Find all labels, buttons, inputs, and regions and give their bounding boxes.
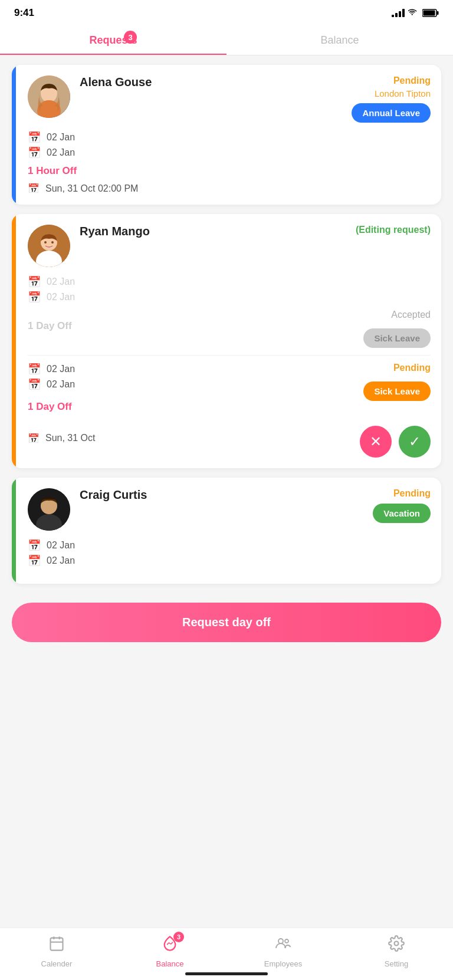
card-ryan-content: Ryan Mango (Editing request) 📅 02 Jan 📅 … — [16, 214, 441, 468]
card-ryan-old-badge: Sick Leave — [363, 328, 431, 348]
card-ryan-old-status: Accepted — [391, 310, 431, 320]
card-ryan-old-date-to: 📅 02 Jan — [28, 291, 431, 304]
signal-icon — [392, 9, 405, 17]
card-alena-content: Alena Gouse Pending London Tipton Annual… — [16, 65, 441, 205]
nav-balance[interactable]: 3 Balance — [113, 935, 226, 968]
cal-icon-new-to: 📅 — [28, 378, 41, 391]
status-bar: 9:41 — [0, 0, 453, 24]
tab-requests-underline — [0, 54, 226, 55]
card-alena-header: Alena Gouse Pending London Tipton Annual… — [28, 75, 431, 123]
card-alena-date-to-text: 02 Jan — [47, 147, 75, 158]
card-alena-date-from: 📅 02 Jan — [28, 131, 431, 144]
card-ryan-old-dates: 📅 02 Jan 📅 02 Jan — [28, 275, 431, 304]
card-ryan-old-date-from-text: 02 Jan — [47, 277, 75, 287]
card-alena-manager: London Tipton — [352, 88, 431, 98]
card-craig-info: Craig Curtis — [80, 488, 350, 504]
card-ryan-reminder-text: Sun, 31 Oct — [45, 433, 96, 443]
nav-setting-label: Setting — [385, 959, 408, 968]
card-ryan-info: Ryan Mango — [80, 225, 346, 241]
tab-bar: Requests 3 Balance — [0, 24, 453, 55]
cal-icon-old-from: 📅 — [28, 275, 41, 288]
svg-point-19 — [278, 939, 283, 943]
card-alena-duration: 1 Hour Off — [28, 165, 431, 177]
tab-requests[interactable]: Requests 3 — [0, 24, 226, 55]
nav-balance-badge: 3 — [173, 932, 184, 942]
setting-icon — [388, 935, 405, 956]
card-ryan-name: Ryan Mango — [80, 225, 346, 238]
cal-icon-new-from: 📅 — [28, 363, 41, 376]
card-craig-accent — [12, 478, 16, 584]
reject-button[interactable]: ✕ — [360, 426, 392, 458]
card-alena-name: Alena Gouse — [80, 75, 342, 89]
home-bar — [185, 972, 268, 975]
request-day-off-button[interactable]: Request day off — [12, 603, 441, 642]
card-ryan-old-date-to-text: 02 Jan — [47, 292, 75, 302]
card-craig-date-from: 📅 02 Jan — [28, 539, 431, 552]
approve-button[interactable]: ✓ — [399, 426, 431, 458]
card-alena-status: Pending — [352, 75, 431, 86]
card-alena-accent — [12, 65, 16, 205]
card-alena-reminder-text: Sun, 31 Oct 02:00 PM — [45, 183, 138, 194]
tab-balance[interactable]: Balance — [226, 24, 453, 55]
cal-icon-old-to: 📅 — [28, 291, 41, 304]
cal-icon-from: 📅 — [28, 131, 41, 144]
card-alena-date-from-text: 02 Jan — [47, 132, 75, 143]
card-ryan-new-status: Pending — [393, 363, 431, 373]
cal-icon-craig-to: 📅 — [28, 554, 41, 567]
card-ryan-new-badge: Sick Leave — [363, 382, 431, 401]
card-craig: Craig Curtis Pending Vacation 📅 02 Jan 📅… — [12, 478, 441, 584]
card-ryan: Ryan Mango (Editing request) 📅 02 Jan 📅 … — [12, 214, 441, 468]
svg-point-21 — [395, 942, 399, 946]
card-ryan-new-date-to-text: 02 Jan — [47, 379, 75, 390]
card-craig-date-to-text: 02 Jan — [47, 555, 75, 566]
card-ryan-editing-label: (Editing request) — [356, 225, 431, 235]
section-divider — [28, 355, 431, 356]
card-ryan-old-duration: 1 Day Off — [28, 320, 72, 332]
nav-employees[interactable]: Employees — [226, 935, 340, 968]
avatar-ryan — [28, 225, 70, 267]
card-craig-content: Craig Curtis Pending Vacation 📅 02 Jan 📅… — [16, 478, 441, 584]
nav-balance-label: Balance — [156, 959, 184, 968]
bottom-spacer — [0, 652, 453, 722]
nav-calender[interactable]: Calender — [0, 935, 113, 968]
nav-calender-label: Calender — [41, 959, 73, 968]
reminder-cal-icon-2: 📅 — [28, 433, 40, 444]
card-ryan-reminder: 📅 Sun, 31 Oct — [28, 433, 96, 444]
card-ryan-status-area: (Editing request) — [356, 225, 431, 235]
card-ryan-new-duration: 1 Day Off — [28, 401, 431, 413]
card-ryan-header: Ryan Mango (Editing request) — [28, 225, 431, 267]
card-ryan-new-date-to: 📅 02 Jan — [28, 378, 363, 391]
employees-icon — [274, 935, 293, 956]
svg-rect-1 — [437, 11, 439, 15]
cal-icon-craig-from: 📅 — [28, 539, 41, 552]
card-alena: Alena Gouse Pending London Tipton Annual… — [12, 65, 441, 205]
card-ryan-old-date-from: 📅 02 Jan — [28, 275, 431, 288]
svg-rect-2 — [424, 11, 435, 16]
tab-requests-badge: 3 — [124, 31, 137, 44]
svg-rect-15 — [51, 938, 63, 951]
card-alena-reminder: 📅 Sun, 31 Oct 02:00 PM — [28, 183, 431, 194]
card-craig-status: Pending — [360, 488, 431, 499]
svg-point-10 — [44, 241, 47, 244]
status-time: 9:41 — [14, 7, 34, 19]
card-craig-header: Craig Curtis Pending Vacation — [28, 488, 431, 531]
card-alena-status-area: Pending London Tipton Annual Leave — [352, 75, 431, 123]
status-icons — [392, 9, 439, 17]
card-craig-name: Craig Curtis — [80, 488, 350, 502]
nav-setting[interactable]: Setting — [340, 935, 453, 968]
card-alena-dates: 📅 02 Jan 📅 02 Jan — [28, 131, 431, 159]
home-indicator — [0, 970, 453, 980]
battery-icon — [422, 9, 439, 17]
card-craig-dates: 📅 02 Jan 📅 02 Jan — [28, 539, 431, 567]
nav-employees-label: Employees — [264, 959, 302, 968]
svg-point-11 — [51, 241, 54, 244]
card-ryan-accent — [12, 214, 16, 468]
card-craig-date-from-text: 02 Jan — [47, 540, 75, 551]
calender-icon — [48, 935, 65, 956]
wifi-icon — [408, 9, 419, 17]
cards-container: Alena Gouse Pending London Tipton Annual… — [0, 55, 453, 593]
card-craig-badge: Vacation — [373, 504, 431, 523]
card-alena-info: Alena Gouse — [80, 75, 342, 91]
avatar-alena — [28, 75, 70, 118]
card-ryan-actions: ✕ ✓ — [360, 426, 431, 458]
